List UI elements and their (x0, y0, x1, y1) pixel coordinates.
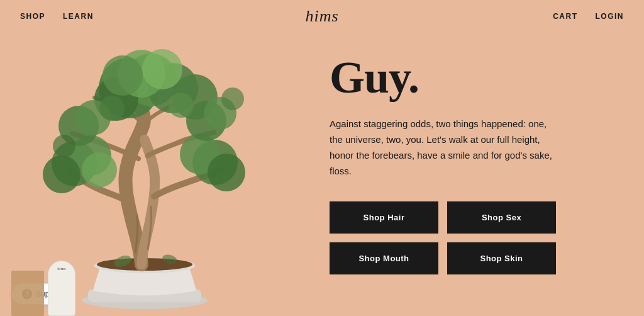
navbar: SHOP LEARN hims CART LOGIN (0, 0, 644, 33)
nav-right: CART LOGIN (553, 12, 624, 21)
nav-left: SHOP LEARN (20, 12, 94, 21)
svg-point-15 (43, 155, 80, 193)
hero-title: Guy. (330, 54, 594, 102)
svg-point-16 (82, 152, 117, 188)
hero-section: hims Guy. Against staggering odds, two t… (0, 0, 644, 316)
svg-point-11 (142, 49, 182, 89)
hero-description: Against staggering odds, two things happ… (330, 116, 556, 179)
svg-point-19 (208, 154, 245, 191)
nav-learn[interactable]: LEARN (63, 12, 94, 21)
shop-sex-button[interactable]: Shop Sex (447, 201, 556, 234)
nav-login[interactable]: LOGIN (596, 12, 625, 21)
svg-point-26 (221, 87, 244, 110)
product-box (11, 271, 44, 316)
brand-logo[interactable]: hims (305, 7, 338, 26)
hero-content: Guy. Against staggering odds, two things… (304, 0, 644, 316)
nav-cart[interactable]: CART (553, 12, 577, 21)
product-bottle: hims (48, 261, 75, 316)
svg-point-25 (169, 93, 194, 118)
nav-shop[interactable]: SHOP (20, 12, 45, 21)
shop-hair-button[interactable]: Shop Hair (330, 201, 438, 234)
shop-skin-button[interactable]: Shop Skin (447, 242, 556, 274)
bottle-label: hims (48, 266, 75, 271)
product-items: hims (11, 261, 75, 316)
svg-point-24 (99, 96, 125, 121)
shop-mouth-button[interactable]: Shop Mouth (330, 242, 438, 274)
shop-buttons-grid: Shop Hair Shop Sex Shop Mouth Shop Skin (330, 201, 556, 274)
svg-point-12 (103, 55, 143, 96)
svg-point-27 (53, 135, 75, 157)
